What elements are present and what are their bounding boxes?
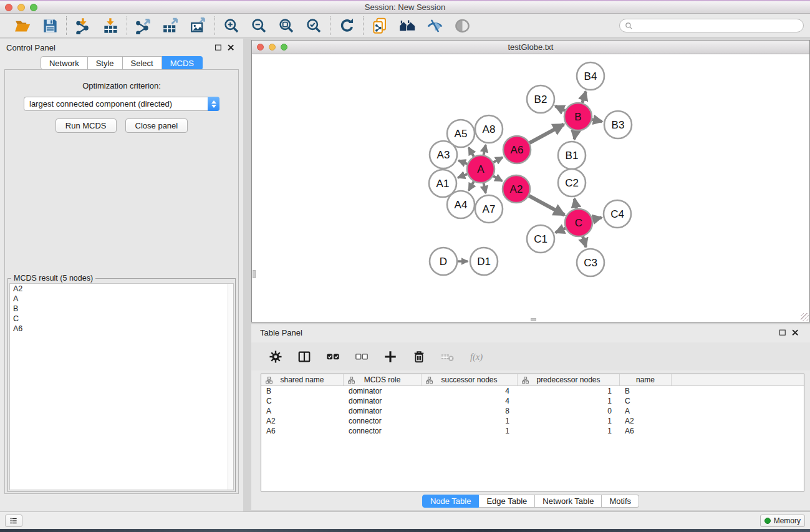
table-close-button[interactable] bbox=[789, 327, 801, 338]
table-row-a[interactable]: Adominator80A bbox=[261, 406, 804, 416]
cell-predecessor-nodes[interactable]: 1 bbox=[518, 416, 620, 426]
node-a2[interactable]: A2 bbox=[503, 175, 530, 203]
node-a4[interactable]: A4 bbox=[447, 191, 475, 218]
edge-A-A3[interactable] bbox=[458, 160, 467, 163]
edge-A6-B[interactable] bbox=[529, 124, 564, 143]
cell-successor-nodes[interactable]: 8 bbox=[422, 406, 518, 416]
node-a7[interactable]: A7 bbox=[475, 195, 503, 223]
hide-details-button[interactable] bbox=[423, 16, 446, 36]
node-a3[interactable]: A3 bbox=[430, 141, 457, 168]
column-header-name[interactable]: name bbox=[620, 374, 672, 385]
deselect-all-button[interactable] bbox=[352, 347, 371, 367]
tab-style[interactable]: Style bbox=[88, 56, 123, 70]
search-box[interactable] bbox=[619, 19, 804, 32]
table-float-button[interactable] bbox=[776, 327, 789, 338]
network-graph[interactable]: B4B2BB3A5A8A6A3B1AA1C2A2A4A7C4CC1DD1C3 bbox=[252, 55, 807, 321]
network-minimize-button[interactable] bbox=[269, 44, 276, 51]
cell-name[interactable]: A6 bbox=[620, 426, 672, 436]
cell-predecessor-nodes[interactable]: 1 bbox=[518, 386, 620, 396]
table-row-c[interactable]: Cdominator41C bbox=[261, 396, 804, 406]
export-network-button[interactable] bbox=[132, 16, 155, 36]
cell-shared-name[interactable]: C bbox=[261, 396, 344, 406]
save-session-button[interactable] bbox=[39, 16, 61, 36]
open-session-button[interactable] bbox=[11, 16, 34, 36]
close-panel-button[interactable] bbox=[224, 42, 237, 53]
edge-C-C4[interactable] bbox=[592, 218, 601, 220]
mcds-result-list[interactable]: A2ABCA6 bbox=[9, 283, 234, 490]
tab-mcds[interactable]: MCDS bbox=[162, 56, 203, 70]
result-item-c[interactable]: C bbox=[10, 314, 233, 324]
cell-shared-name[interactable]: A bbox=[261, 406, 344, 416]
cell-predecessor-nodes[interactable]: 1 bbox=[518, 426, 620, 436]
edge-A-A2[interactable] bbox=[493, 176, 502, 181]
node-a[interactable]: A bbox=[467, 155, 494, 183]
export-table-button[interactable] bbox=[160, 16, 182, 36]
cell-shared-name[interactable]: A6 bbox=[261, 426, 344, 436]
close-window-button[interactable] bbox=[5, 4, 12, 11]
cell-successor-nodes[interactable]: 4 bbox=[422, 396, 518, 406]
zoom-selected-button[interactable] bbox=[302, 16, 325, 36]
edge-A-A1[interactable] bbox=[458, 174, 467, 178]
edge-B-B3[interactable] bbox=[592, 120, 602, 122]
node-c4[interactable]: C4 bbox=[604, 200, 631, 228]
node-a6[interactable]: A6 bbox=[503, 136, 531, 163]
cell-successor-nodes[interactable]: 4 bbox=[422, 386, 518, 396]
node-b[interactable]: B bbox=[564, 103, 592, 130]
edge-C-C3[interactable] bbox=[583, 236, 586, 247]
zoom-in-button[interactable] bbox=[220, 16, 243, 36]
import-table-button[interactable] bbox=[99, 16, 122, 36]
import-network-button[interactable] bbox=[72, 16, 94, 36]
column-header-predecessor-nodes[interactable]: predecessor nodes bbox=[518, 374, 620, 385]
tab-network-table[interactable]: Network Table bbox=[535, 495, 602, 508]
edge-A-A7[interactable] bbox=[484, 183, 486, 193]
network-window-titlebar[interactable]: testGlobe.txt bbox=[252, 41, 809, 54]
cell-MCDS-role[interactable]: dominator bbox=[344, 386, 422, 396]
cell-predecessor-nodes[interactable]: 0 bbox=[518, 406, 620, 416]
node-b3[interactable]: B3 bbox=[604, 111, 632, 138]
edge-B-B4[interactable] bbox=[582, 92, 586, 103]
node-c1[interactable]: C1 bbox=[527, 225, 554, 253]
horizontal-scroll-thumb[interactable] bbox=[531, 318, 536, 321]
cell-name[interactable]: A bbox=[620, 406, 672, 416]
select-all-button[interactable] bbox=[324, 347, 342, 367]
refresh-button[interactable] bbox=[335, 16, 358, 36]
cell-MCDS-role[interactable]: dominator bbox=[344, 406, 422, 416]
edge-C-C2[interactable] bbox=[574, 199, 576, 209]
close-panel-action-button[interactable]: Close panel bbox=[125, 118, 188, 133]
edge-A-A5[interactable] bbox=[469, 148, 474, 157]
result-item-a2[interactable]: A2 bbox=[10, 284, 233, 294]
cell-successor-nodes[interactable]: 1 bbox=[422, 416, 518, 426]
criterion-select[interactable]: largest connected component (directed) bbox=[24, 97, 219, 111]
add-column-button[interactable] bbox=[381, 347, 400, 367]
vertical-scroll-thumb[interactable] bbox=[253, 270, 256, 278]
node-b4[interactable]: B4 bbox=[577, 62, 604, 90]
resize-grip[interactable] bbox=[801, 313, 809, 321]
search-input[interactable] bbox=[636, 21, 798, 30]
node-c[interactable]: C bbox=[565, 209, 592, 236]
show-details-button[interactable] bbox=[451, 16, 473, 36]
edge-B-B1[interactable] bbox=[574, 131, 576, 140]
tab-select[interactable]: Select bbox=[123, 56, 162, 70]
delete-column-button[interactable] bbox=[410, 347, 428, 367]
node-d1[interactable]: D1 bbox=[470, 248, 498, 275]
run-mcds-button[interactable]: Run MCDS bbox=[55, 118, 117, 133]
memory-button[interactable]: Memory bbox=[760, 515, 805, 527]
network-close-button[interactable] bbox=[257, 44, 264, 51]
result-item-b[interactable]: B bbox=[10, 304, 233, 314]
cell-MCDS-role[interactable]: connector bbox=[344, 416, 422, 426]
split-view-button[interactable] bbox=[295, 347, 314, 367]
column-header-MCDS-role[interactable]: MCDS role bbox=[344, 374, 422, 385]
result-item-a[interactable]: A bbox=[10, 294, 233, 304]
column-header-shared-name[interactable]: shared name bbox=[261, 374, 344, 385]
table-row-b[interactable]: Bdominator41B bbox=[261, 386, 804, 396]
node-b2[interactable]: B2 bbox=[527, 85, 554, 113]
edge-B-B2[interactable] bbox=[556, 106, 566, 110]
cell-name[interactable]: B bbox=[620, 386, 672, 396]
zoom-fit-button[interactable] bbox=[275, 16, 297, 36]
node-b1[interactable]: B1 bbox=[558, 142, 586, 169]
column-header-successor-nodes[interactable]: successor nodes bbox=[422, 374, 518, 385]
cell-shared-name[interactable]: B bbox=[261, 386, 344, 396]
duplicate-network-button[interactable] bbox=[369, 16, 391, 36]
cell-MCDS-role[interactable]: dominator bbox=[344, 396, 422, 406]
node-d[interactable]: D bbox=[430, 248, 457, 275]
